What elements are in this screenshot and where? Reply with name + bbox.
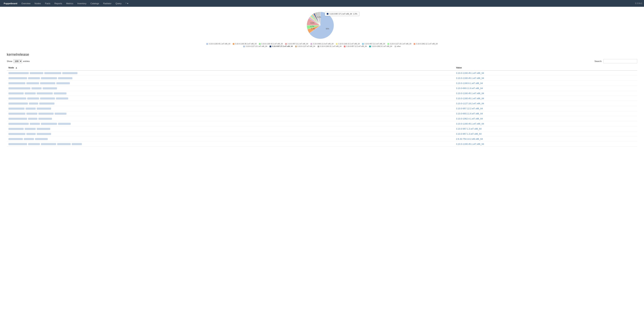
node-blur-block (37, 133, 51, 135)
legend-dot (206, 43, 208, 45)
value-link[interactable]: 2.6.32-754.14.2.el6.x86_64 (456, 138, 483, 140)
value-link[interactable]: 3.10.0-957.12.2.el7.x86_64 (456, 107, 483, 110)
node-blocks (8, 118, 452, 120)
node-blur-block (41, 77, 57, 79)
value-cell: 3.10.0-1160.45.1.el7.x86_64 (454, 121, 637, 126)
node-blur-block (26, 82, 39, 84)
node-blur-block (30, 123, 40, 125)
nav-item-nodes[interactable]: Nodes (32, 0, 43, 7)
tooltip-label: 3.10.0-957.27.2.el7.x86_64 (330, 13, 352, 15)
legend-label: 3.10.0-957.21.3.el7.x86_64 (364, 43, 385, 45)
value-link[interactable]: 3.10.0-1160.45.1.el7.x86_64 (456, 122, 484, 125)
value-cell: 3.10.0-1160.45.1.el7.x86_64 (454, 76, 637, 81)
node-blur-block (72, 143, 82, 145)
node-blur-block (8, 123, 29, 125)
nav-brand[interactable]: Puppetboard (2, 0, 19, 7)
value-link[interactable]: 3.10.0-1160.45.1.el7.x86_64 (456, 97, 484, 100)
entries-select[interactable]: 100 25 50 200 (13, 59, 22, 63)
legend-dot (362, 43, 364, 45)
legend-item: 3.10.0-1062.12.1.el7.x86_64 (414, 43, 438, 45)
nav-item-facts[interactable]: Facts (43, 0, 52, 7)
search-input[interactable] (604, 59, 637, 63)
value-cell: 3.10.0-1160.45.1.el7.x86_64 (454, 142, 637, 147)
node-cell (7, 131, 454, 136)
value-link[interactable]: 3.10.0-693.11.6.el7.x86_64 (456, 87, 483, 89)
show-label: Show (7, 60, 12, 62)
legend-dot (233, 43, 234, 45)
legend-item: 3.10.0-1160.42.2.el7.x86_64 (259, 43, 283, 45)
legend-item: 3.10.0-957.21.2.el7.x86_64 (285, 43, 308, 45)
value-cell: 3.10.0-1127.18.2.el7.x86_64 (454, 101, 637, 106)
node-cell (7, 126, 454, 131)
legend-label: 3.10.0-1160.42.2.el7.x86_64 (261, 43, 283, 45)
node-blocks (8, 133, 452, 135)
node-blocks (8, 72, 452, 74)
node-blur-block (8, 102, 28, 105)
legend-label: 3.10.0-1160.31.1.el7.x86_64 (320, 45, 342, 47)
table-row: 3.10.0-1160.45.1.el7.x86_64 (7, 91, 637, 96)
node-blur-block (62, 72, 78, 74)
nav-item-catalogs[interactable]: Catalogs (88, 0, 101, 7)
legend-label: 3.10.0-1062.9.1.el7.x86_64 (372, 45, 392, 47)
node-blur-block (8, 138, 23, 140)
value-link[interactable]: 3.10.0-1160.45.1.el7.x86_64 (456, 143, 484, 145)
legend-item: other (394, 45, 401, 47)
legend-item: 3.10.0-1127.13.1.el7.x86_64 (243, 45, 267, 47)
node-blur-block (8, 82, 25, 84)
nav-version: 3.3.0rc1 (635, 2, 642, 4)
legend-item: 3.10.0-1127.19.1.el7.x86_64 (388, 43, 411, 45)
table-head: Node ▲ Value (7, 65, 637, 70)
node-blur-block (44, 72, 61, 74)
legend-dot (259, 43, 260, 45)
nav-item-query[interactable]: Query (114, 0, 124, 7)
value-link[interactable]: 3.10.0-693.11.6.el7.x86_64 (456, 112, 483, 115)
table-row: 3.10.0-1062.4.1.el7.x86_64 (7, 116, 637, 121)
value-cell: 3.10.0-1160.45.1.el7.x86_64 (454, 91, 637, 96)
table-row: 3.10.0-693.11.6.el7.x86_64 (7, 111, 637, 116)
node-blur-block (26, 133, 36, 135)
node-blocks (8, 97, 452, 99)
node-blocks (8, 77, 452, 79)
chart-legend: 3.10.0-1160.45.1.el7.x86_643.10.0-1160.3… (204, 43, 440, 47)
table-row: 3.10.0-957.1.3.el7.x86_64 (7, 131, 637, 136)
nav-item-radiator[interactable]: Radiator (101, 0, 114, 7)
value-link[interactable]: 3.10.0-1160.45.1.el7.x86_64 (456, 72, 484, 74)
node-blur-block (8, 97, 26, 99)
nav-item-overview[interactable]: Overview (19, 0, 32, 7)
value-link[interactable]: 3.10.0-957.1.3.el7.x86_64 (456, 133, 482, 135)
table-body: 3.10.0-1160.45.1.el7.x86_643.10.0-1160.4… (7, 70, 637, 147)
legend-dot (388, 43, 389, 45)
value-link[interactable]: 3.10.0-1160.45.1.el7.x86_64 (456, 77, 484, 79)
legend-dot (369, 46, 371, 47)
nav-item-star[interactable]: * ▾ (124, 0, 130, 7)
value-link[interactable]: 3.10.0-1160.6.1.el7.x86_64 (456, 82, 483, 84)
node-sort-icon: ▲ (15, 66, 18, 69)
legend-dot (310, 43, 312, 45)
legend-label: 3.10.0-693.11.6.el7.x86_64 (313, 43, 334, 45)
node-blocks (8, 82, 452, 84)
legend-dot (285, 43, 287, 45)
value-cell: 3.10.0-1062.4.1.el7.x86_64 (454, 116, 637, 121)
value-link[interactable]: 3.10.0-957.1.3.el7.x86_64 (456, 128, 482, 130)
column-node[interactable]: Node ▲ (7, 65, 454, 70)
node-blur-block (27, 97, 39, 99)
table-row: 3.10.0-1160.45.1.el7.x86_64 (7, 142, 637, 147)
value-link[interactable]: 3.10.0-1062.4.1.el7.x86_64 (456, 117, 483, 120)
legend-label: 3.10.0-1160.45.1.el7.x86_64 (209, 43, 230, 45)
nav-item-metrics[interactable]: Metrics (64, 0, 75, 7)
column-value[interactable]: Value (454, 65, 637, 70)
nav-item-reports[interactable]: Reports (52, 0, 64, 7)
legend-dot (270, 46, 271, 47)
value-link[interactable]: 3.10.0-1127.18.2.el7.x86_64 (456, 102, 484, 105)
value-cell: 3.10.0-957.1.3.el7.x86_64 (454, 131, 637, 136)
legend-dot (394, 46, 396, 47)
node-blur-block (30, 72, 43, 74)
value-link[interactable]: 3.10.0-1160.45.1.el7.x86_64 (456, 92, 484, 95)
nav-item-inventory[interactable]: Inventory (75, 0, 88, 7)
node-cell (7, 116, 454, 121)
node-blocks (8, 87, 452, 89)
node-cell (7, 142, 454, 147)
node-blocks (8, 138, 452, 140)
node-blur-block (28, 143, 40, 145)
node-blur-block (8, 133, 25, 135)
